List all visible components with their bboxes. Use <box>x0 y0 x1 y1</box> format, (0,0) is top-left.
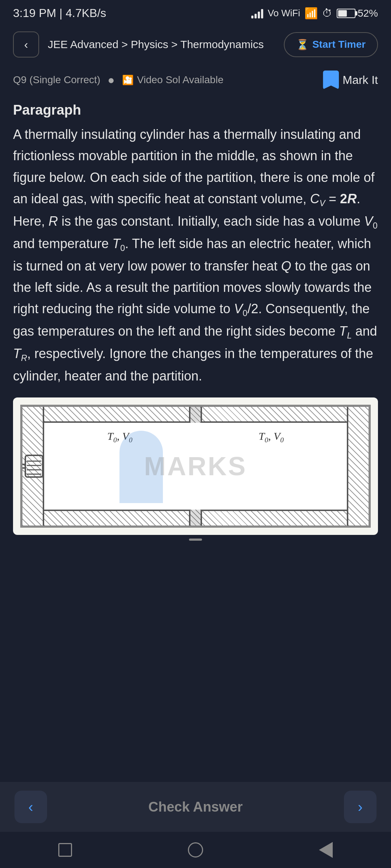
circle-icon <box>188 842 203 858</box>
mark-it-button[interactable]: Mark It <box>323 71 378 89</box>
battery-container: 52% <box>337 8 378 19</box>
breadcrumb: JEE Advanced > Physics > Thermodynamics <box>48 37 284 52</box>
hatch-right <box>347 407 369 526</box>
android-back-btn[interactable] <box>316 840 336 860</box>
timer-icon: ⏳ <box>296 39 309 51</box>
figure-container: T0, V0 T0, V0 <box>13 397 378 535</box>
prev-arrow-icon: ‹ <box>28 799 33 815</box>
video-sol-label: Video Sol Available <box>137 74 224 86</box>
back-arrow-icon: ‹ <box>24 39 28 50</box>
scroll-dot <box>189 539 202 541</box>
triangle-icon <box>319 842 333 858</box>
square-icon <box>58 843 72 857</box>
next-button[interactable]: › <box>344 791 377 823</box>
figure-inner: T0, V0 T0, V0 <box>20 405 371 528</box>
prev-button[interactable]: ‹ <box>14 791 47 823</box>
android-home-btn[interactable] <box>185 840 206 860</box>
mark-it-label: Mark It <box>342 73 378 87</box>
status-bar: 3:19 PM | 4.7KB/s Vo WiFi 📶 ⏱ 52% <box>0 0 391 24</box>
nav-bar: ‹ JEE Advanced > Physics > Thermodynamic… <box>0 24 391 65</box>
question-header: Q9 (Single Correct) ● 🎦 Video Sol Availa… <box>0 65 391 95</box>
question-tag: Q9 (Single Correct) <box>13 74 100 86</box>
battery-icon <box>337 9 356 18</box>
bookmark-icon <box>323 71 339 89</box>
video-icon: 🎦 <box>122 75 134 86</box>
signal-icon <box>251 8 263 18</box>
start-timer-button[interactable]: ⏳ Start Timer <box>284 32 378 57</box>
heater-coil-svg <box>20 444 51 488</box>
back-button[interactable]: ‹ <box>13 31 39 58</box>
video-sol-container[interactable]: 🎦 Video Sol Available <box>122 74 224 86</box>
status-right: Vo WiFi 📶 ⏱ 52% <box>251 7 378 20</box>
dot-separator: ● <box>108 73 114 87</box>
android-nav <box>0 832 391 868</box>
paragraph-title: Paragraph <box>13 102 378 118</box>
status-time: 3:19 PM | 4.7KB/s <box>13 7 106 20</box>
scroll-indicator <box>13 535 378 544</box>
timer-label: Start Timer <box>312 39 366 50</box>
heater-area <box>20 444 51 488</box>
check-answer-button[interactable]: Check Answer <box>148 799 243 815</box>
android-square-btn[interactable] <box>55 840 75 860</box>
chamber-right: T0, V0 <box>196 423 347 510</box>
bottom-nav: ‹ Check Answer › <box>0 782 391 832</box>
paragraph-text: A thermally insulating cylinder has a th… <box>13 124 378 387</box>
battery-percent: 52% <box>358 8 378 19</box>
wifi-icon: 📶 <box>304 7 318 20</box>
next-arrow-icon: › <box>358 799 362 815</box>
alarm-icon: ⏱ <box>322 7 332 19</box>
content-area: Paragraph A thermally insulating cylinde… <box>0 95 391 552</box>
chamber-right-label: T0, V0 <box>258 430 284 444</box>
blue-shape-decoration <box>119 431 163 503</box>
wifi-label: Vo WiFi <box>268 8 300 19</box>
